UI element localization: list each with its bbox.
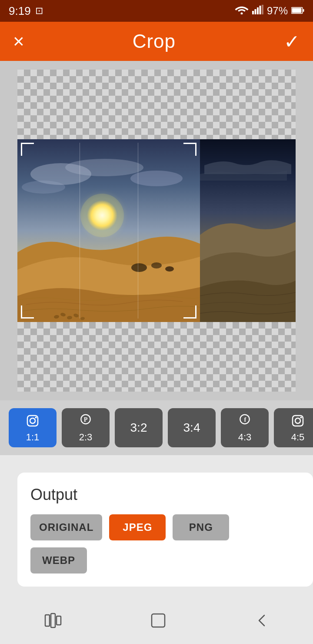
format-buttons: ORIGINAL JPEG PNG [30, 514, 300, 540]
svg-rect-4 [259, 6, 261, 14]
svg-rect-36 [51, 614, 55, 627]
image-row[interactable] [17, 139, 296, 322]
instagram-icon-1-1 [26, 414, 40, 431]
status-left: 9:19 ⊡ [9, 4, 43, 18]
back-icon[interactable] [254, 613, 270, 632]
ratio-button-3-4[interactable]: 3:4 [168, 408, 216, 447]
ratio-label-1-1: 1:1 [26, 433, 40, 442]
status-bar: 9:19 ⊡ 97% [0, 0, 313, 22]
svg-rect-3 [257, 7, 259, 14]
checker-bottom [17, 322, 296, 392]
output-title: Output [30, 486, 300, 504]
close-button[interactable]: × [13, 30, 24, 52]
ratio-label-2-3: 2:3 [79, 433, 93, 442]
svg-point-22 [151, 262, 162, 268]
svg-point-33 [295, 418, 300, 423]
ratio-button-1-1[interactable]: 1:1 [9, 408, 57, 447]
svg-rect-7 [303, 9, 304, 12]
svg-rect-35 [45, 615, 50, 626]
crop-image-main[interactable] [17, 139, 200, 322]
svg-point-15 [87, 200, 117, 231]
home-icon[interactable] [150, 612, 167, 633]
ratio-button-2-3[interactable]: P 2:3 [62, 408, 110, 447]
ratio-label-3-4: 3:4 [183, 422, 200, 434]
svg-point-0 [240, 13, 243, 15]
canvas-area [0, 61, 313, 400]
menu-icon[interactable] [43, 613, 63, 632]
svg-rect-37 [57, 616, 61, 625]
confirm-button[interactable]: ✓ [284, 30, 300, 53]
format-button-webp[interactable]: WEBP [30, 547, 87, 574]
status-right: 97% [235, 5, 304, 17]
svg-rect-8 [292, 8, 302, 13]
svg-text:P: P [84, 416, 88, 423]
output-section: Output ORIGINAL JPEG PNG WEBP [17, 473, 313, 587]
pinterest-icon: P [80, 414, 92, 431]
ratio-label-3-2: 3:2 [130, 422, 147, 434]
svg-point-34 [300, 416, 302, 418]
format-button-png[interactable]: PNG [173, 514, 229, 540]
svg-rect-5 [262, 5, 263, 14]
signal-icon [252, 5, 263, 17]
ratio-button-4-5[interactable]: 4:5 [274, 408, 313, 447]
svg-point-12 [130, 171, 183, 186]
crop-image-right [200, 139, 296, 322]
svg-rect-1 [252, 11, 254, 14]
wifi-icon [235, 5, 249, 17]
ratio-label-4-3: 4:3 [238, 433, 252, 442]
nav-bar [0, 600, 313, 644]
desert-image-left [17, 139, 200, 322]
ratio-buttons-bar: 1:1 P 2:3 3:2 3:4 f 4:3 [0, 400, 313, 455]
svg-rect-2 [254, 9, 256, 14]
svg-point-26 [30, 418, 35, 423]
battery-icon [291, 5, 304, 17]
desert-image-right-svg [200, 139, 296, 322]
facebook-icon: f [239, 414, 251, 431]
svg-point-21 [131, 263, 147, 272]
svg-point-27 [35, 416, 37, 418]
notification-icon: ⊡ [35, 5, 43, 17]
checker-top [17, 70, 296, 139]
svg-point-23 [165, 266, 174, 272]
ratio-button-3-2[interactable]: 3:2 [115, 408, 163, 447]
svg-point-11 [65, 159, 143, 176]
instagram-icon-4-5 [291, 414, 305, 431]
time-display: 9:19 [9, 4, 31, 18]
svg-point-13 [22, 181, 65, 194]
battery-percentage: 97% [267, 5, 288, 17]
format-button-jpeg[interactable]: JPEG [109, 514, 166, 540]
ratio-label-4-5: 4:5 [291, 433, 305, 442]
toolbar: × Crop ✓ [0, 22, 313, 61]
format-button-original[interactable]: ORIGINAL [30, 514, 102, 540]
ratio-button-4-3[interactable]: f 4:3 [221, 408, 269, 447]
svg-rect-38 [152, 614, 165, 627]
page-title: Crop [133, 30, 176, 52]
svg-text:f: f [244, 416, 246, 423]
